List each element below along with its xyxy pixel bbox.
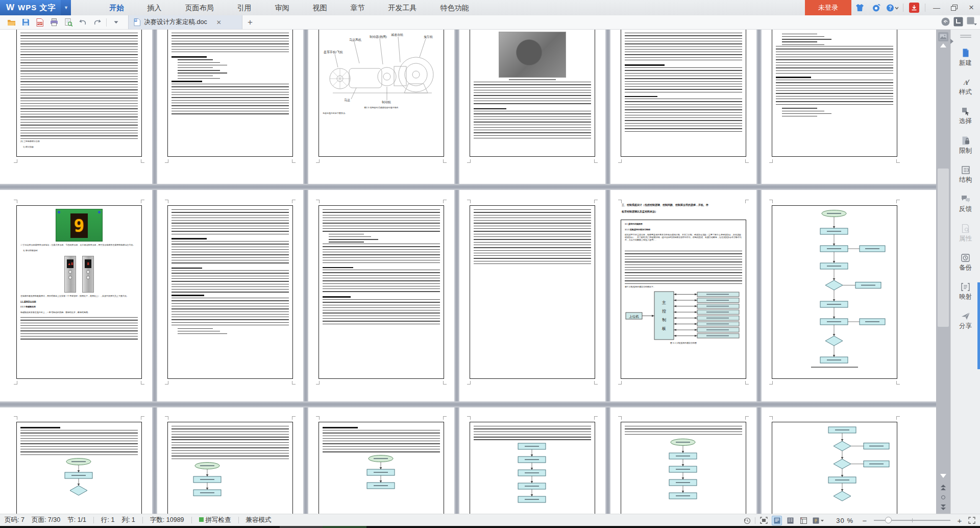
- thumbnail-view-icon[interactable]: [938, 32, 948, 41]
- menu-tab-dev-tools[interactable]: 开发工具: [376, 0, 428, 15]
- sidebar-drag-handle[interactable]: [960, 35, 971, 36]
- document-paragraph: 整个控制系统的模块功能图如下。: [625, 285, 742, 288]
- document-page[interactable]: [157, 407, 303, 514]
- undo-button[interactable]: [77, 17, 89, 28]
- service-icon[interactable]: [869, 2, 883, 13]
- menu-tab-home[interactable]: 开始: [97, 0, 135, 15]
- menu-tab-references[interactable]: 引用: [225, 0, 263, 15]
- sidebar-item-styles[interactable]: A 样式: [951, 78, 980, 97]
- margin-mark: [594, 200, 598, 203]
- zoom-slider[interactable]: [874, 520, 950, 521]
- page-divider-vertical: [454, 30, 459, 184]
- margin-mark: [745, 381, 749, 385]
- status-word-count[interactable]: 字数: 10989: [150, 516, 184, 524]
- print-preview-button[interactable]: [62, 17, 75, 28]
- simulated-text-block: [625, 33, 742, 62]
- next-page-button[interactable]: [939, 503, 948, 511]
- svg-text:马达: 马达: [344, 99, 350, 102]
- export-pdf-button[interactable]: PDF: [34, 17, 46, 28]
- status-spellcheck[interactable]: 拼写检查: [199, 516, 231, 524]
- sidebar-item-new[interactable]: 新建: [951, 49, 980, 67]
- document-page[interactable]: 马达风机制动器(抱闸)减速齿轮曳引轮盘车手轮/飞轮马达制动轮图2-3 传统齿轮式…: [308, 30, 454, 184]
- document-page[interactable]: [762, 30, 908, 184]
- document-page[interactable]: [610, 407, 756, 514]
- sidebar-item-structure[interactable]: 结构: [951, 166, 980, 184]
- margin-mark: [618, 200, 622, 203]
- menu-tab-page-layout[interactable]: 页面布局: [173, 0, 225, 15]
- save-button[interactable]: [19, 17, 32, 28]
- sidebar-item-restrict[interactable]: 限制: [951, 136, 980, 155]
- document-page[interactable]: [762, 407, 908, 514]
- view-web-mode-button[interactable]: [798, 516, 808, 525]
- close-button[interactable]: ×: [963, 0, 980, 15]
- new-tab-button[interactable]: +: [242, 15, 258, 29]
- menu-tab-insert[interactable]: 插入: [135, 0, 173, 15]
- help-icon[interactable]: ?: [886, 2, 899, 13]
- zoom-in-button[interactable]: +: [955, 516, 964, 525]
- sidebar-item-backup[interactable]: 备份: [951, 254, 980, 272]
- toolbar-more-dropdown[interactable]: [110, 17, 122, 28]
- document-canvas[interactable]: (3) 三能电梯群控分析1) 群控指标 马达风机制动器(抱闸)减速齿轮曳引轮盘车…: [0, 30, 936, 514]
- zoom-slider-handle[interactable]: [885, 517, 892, 523]
- view-outline-mode-button[interactable]: [785, 516, 795, 525]
- properties-icon: [962, 224, 970, 233]
- backup-icon: [961, 254, 970, 262]
- minimize-button[interactable]: —: [928, 0, 945, 15]
- document-tab[interactable]: W 决赛设计方案定稿.doc ✕: [128, 15, 242, 29]
- margin-mark: [594, 381, 598, 385]
- open-folder-button[interactable]: [5, 17, 17, 28]
- sidebar-item-mapping[interactable]: 映射: [951, 283, 980, 301]
- menu-tab-review[interactable]: 审阅: [263, 0, 301, 15]
- document-page[interactable]: [459, 407, 605, 514]
- sidebar-layout-icon[interactable]: [953, 17, 963, 27]
- sidebar-collapse-arrow[interactable]: [950, 39, 953, 44]
- view-reader-mode-button[interactable]: [812, 516, 826, 525]
- list-lines: [776, 108, 893, 116]
- document-page[interactable]: [308, 190, 454, 401]
- skin-icon[interactable]: [853, 2, 866, 13]
- document-page[interactable]: [459, 190, 605, 401]
- sidebar-item-share[interactable]: 分享: [951, 312, 980, 330]
- vertical-scrollbar[interactable]: [936, 30, 950, 514]
- select-browse-object-button[interactable]: [941, 495, 945, 499]
- print-button[interactable]: [48, 17, 60, 28]
- menu-tab-section[interactable]: 章节: [338, 0, 376, 15]
- view-page-mode-button[interactable]: [772, 516, 782, 525]
- document-page[interactable]: [308, 407, 454, 514]
- fit-page-button[interactable]: [758, 516, 769, 525]
- app-logo[interactable]: W WPS 文字: [0, 0, 61, 15]
- document-page[interactable]: 9二寸16点显示器楼层显示器包括：分离式显示器、七段码显示器、发光管点阵显示器，…: [6, 190, 152, 401]
- document-page[interactable]: [762, 190, 908, 401]
- download-update-icon[interactable]: [908, 2, 921, 13]
- document-tab-close-icon[interactable]: ✕: [216, 19, 222, 26]
- panel-options-icon[interactable]: [967, 17, 978, 27]
- document-page[interactable]: [610, 30, 756, 184]
- scrollbar-thumb[interactable]: [938, 169, 949, 327]
- zoom-out-button[interactable]: −: [861, 516, 869, 525]
- document-page[interactable]: [6, 407, 152, 514]
- document-page[interactable]: [157, 190, 303, 401]
- fullscreen-button[interactable]: [967, 516, 977, 525]
- assistant-icon[interactable]: [941, 17, 950, 26]
- margin-mark: [896, 416, 900, 420]
- sidebar-scroll-indicator[interactable]: [977, 282, 980, 369]
- login-button[interactable]: 未登录: [805, 0, 851, 15]
- scroll-up-arrow[interactable]: [940, 43, 946, 47]
- redo-button[interactable]: [91, 17, 103, 28]
- menu-tab-special-features[interactable]: 特色功能: [428, 0, 480, 15]
- document-page[interactable]: (3) 三能电梯群控分析1) 群控指标: [6, 30, 152, 184]
- scroll-down-arrow[interactable]: [940, 474, 946, 478]
- logo-dropdown-caret[interactable]: ▼: [61, 0, 71, 15]
- zoom-percentage[interactable]: 30 %: [836, 517, 853, 524]
- page-body-frame: [16, 422, 142, 514]
- menu-tab-view[interactable]: 视图: [301, 0, 338, 15]
- document-page[interactable]: [459, 30, 605, 184]
- margin-mark: [14, 200, 17, 203]
- document-page[interactable]: [157, 30, 303, 184]
- document-page[interactable]: 三、控制系统设计（包括控制逻辑、控制回路、控制算法等的选择，开机、停机等控制逻辑…: [610, 190, 756, 401]
- previous-page-button[interactable]: [939, 484, 948, 491]
- history-version-icon[interactable]: [742, 516, 752, 525]
- sidebar-item-select[interactable]: 选择: [951, 107, 980, 126]
- restore-button[interactable]: [945, 0, 963, 15]
- sidebar-item-feedback[interactable]: 反馈: [951, 195, 980, 213]
